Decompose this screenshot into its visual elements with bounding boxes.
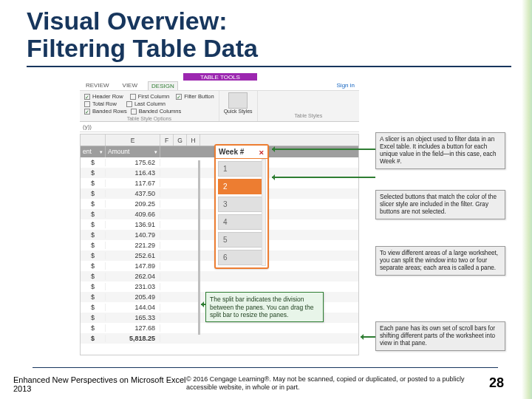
group-label-style-options: Table Style Options (84, 116, 214, 121)
footer-rule (33, 367, 498, 368)
slicer-item-6[interactable]: 6 (218, 250, 265, 265)
slicer-title: Week # (219, 148, 244, 156)
quick-styles-icon[interactable] (228, 92, 248, 109)
callout-selected-buttons: Selected buttons that match the color of… (375, 190, 505, 219)
tab-review[interactable]: REVIEW (83, 81, 112, 89)
signin-link[interactable]: Sign in (337, 82, 359, 89)
slicer-week[interactable]: Week # ⨯ 123456 (214, 144, 269, 269)
ribbon-tabs: REVIEW VIEW DESIGN Sign in (80, 81, 359, 91)
ribbon-body: Header Row First Column Filter Button To… (80, 91, 359, 122)
tab-design[interactable]: DESIGN (148, 81, 178, 90)
table-total-row: $5,818.25 (81, 333, 358, 344)
title-line2: Filtering Table Data (27, 34, 258, 62)
split-bar[interactable] (198, 160, 200, 335)
checkbox-icon[interactable] (176, 94, 182, 100)
slicer-item-2[interactable]: 2 (218, 179, 265, 194)
slicer-item-4[interactable]: 4 (218, 214, 265, 230)
group-label-table-styles: Table Styles (262, 113, 355, 118)
slicer-item-5[interactable]: 5 (218, 232, 265, 248)
checkbox-icon[interactable] (84, 101, 90, 107)
title-line1: Visual Overview: (27, 7, 228, 35)
checkbox-icon[interactable] (84, 109, 90, 115)
callout-split-large: To view different areas of a large works… (375, 246, 505, 276)
slicer-item-3[interactable]: 3 (218, 197, 265, 212)
table-row: $127.68 (81, 323, 358, 333)
tab-view[interactable]: VIEW (120, 81, 140, 89)
footer-copyright: © 2016 Cengage Learning®. May not be sca… (186, 375, 474, 392)
ribbon-group-quick-styles: Quick Styles (219, 91, 258, 121)
slide-title: Visual Overview: Filtering Table Data (27, 7, 511, 61)
checkbox-icon[interactable] (131, 109, 137, 115)
callout-arrow (201, 304, 205, 305)
callout-scroll-panes: Each pane has its own set of scroll bars… (375, 321, 505, 351)
table-row: $262.04 (81, 271, 358, 282)
slicer-item-1[interactable]: 1 (218, 161, 265, 177)
checkbox-icon[interactable] (130, 94, 136, 100)
checkbox-icon[interactable] (126, 101, 132, 107)
formula-bar-stub: (y)) (80, 122, 359, 132)
filter-icon[interactable]: ▾ (100, 146, 103, 157)
slide-footer: Enhanced New Perspectives on Microsoft E… (9, 375, 504, 393)
footer-book-title: Enhanced New Perspectives on Microsoft E… (9, 375, 186, 393)
table-row: $231.03 (81, 282, 358, 292)
callout-split-bar: The split bar indicates the division bet… (205, 292, 324, 322)
page-number: 28 (474, 375, 504, 391)
clear-filter-icon[interactable]: ⨯ (259, 149, 265, 156)
checkbox-icon[interactable] (84, 94, 90, 100)
slicer-scrollbar[interactable] (262, 159, 266, 266)
callout-arrow (272, 149, 375, 150)
callout-arrow (361, 336, 375, 338)
callout-arrow (272, 177, 375, 178)
callout-slicer-definition: A slicer is an object used to filter dat… (375, 132, 505, 168)
filter-icon[interactable]: ▾ (154, 146, 157, 157)
title-rule (27, 66, 511, 67)
figure-stage: TABLE TOOLS REVIEW VIEW DESIGN Sign in H… (27, 73, 511, 361)
ribbon-group-style-options: Header Row First Column Filter Button To… (80, 91, 219, 121)
